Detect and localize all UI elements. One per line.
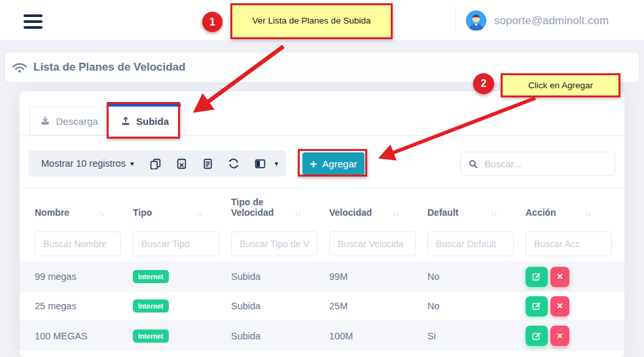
cell-nombre: 99 megas xyxy=(29,271,128,282)
tab-descarga[interactable]: Descarga xyxy=(29,107,109,135)
edit-button[interactable] xyxy=(526,326,548,346)
column-header-default[interactable]: Default ↑↓ xyxy=(422,207,520,218)
user-avatar-icon xyxy=(466,10,486,31)
step1-marker: 1 xyxy=(202,12,223,32)
edit-icon xyxy=(532,332,541,341)
filter-tipo-input[interactable] xyxy=(133,231,219,256)
column-header-tipo-velocidad[interactable]: Tipo de Velocidad ↑↓ xyxy=(226,197,324,218)
cell-tipo: Internet xyxy=(128,299,226,313)
page-title: Lista de Planes de Velocidad xyxy=(33,61,185,74)
column-header-tipo[interactable]: Tipo ↑↓ xyxy=(128,207,226,218)
show-entries-label: Mostrar 10 registros xyxy=(41,158,126,169)
edit-icon xyxy=(532,272,541,281)
cell-default: No xyxy=(422,271,520,282)
step2-callout: Click en Agregar xyxy=(501,73,620,97)
cell-velocidad: 100M xyxy=(324,331,422,341)
cell-tipo: Internet xyxy=(128,270,226,283)
step1-callout: Ver Lista de Planes de Subida xyxy=(230,3,393,39)
search-input[interactable] xyxy=(484,159,607,169)
navbar-divider xyxy=(456,7,456,35)
chevron-down-icon[interactable]: ▾ xyxy=(274,160,278,168)
datatable-toolbar: Mostrar 10 registros ▾ xyxy=(29,150,286,177)
cell-nombre: 25 megas xyxy=(29,301,128,311)
chevron-down-icon: ▾ xyxy=(130,160,134,168)
highlight-box-subida-tab xyxy=(107,102,180,139)
tab-descarga-label: Descarga xyxy=(56,116,98,127)
menu-toggle-icon[interactable] xyxy=(24,14,43,29)
delete-button[interactable]: ✕ xyxy=(550,267,569,287)
tipo-badge: Internet xyxy=(133,299,169,313)
close-icon: ✕ xyxy=(556,301,563,311)
table-row: 25 megas Internet Subida 25M No ✕ xyxy=(20,291,624,320)
app-window: soporte@adminolt.com Lista de Planes de … xyxy=(0,0,644,357)
delete-button[interactable]: ✕ xyxy=(550,296,569,316)
user-email[interactable]: soporte@adminolt.com xyxy=(494,0,609,41)
document-icon xyxy=(202,158,213,169)
cell-accion: ✕ xyxy=(520,296,615,316)
cell-velocidad: 25M xyxy=(324,301,422,311)
column-header-nombre[interactable]: Nombre ↑↓ xyxy=(29,207,128,218)
step2-marker: 2 xyxy=(473,73,494,94)
table-header-row: Nombre ↑↓ Tipo ↑↓ Tipo de Velocidad ↑↓ V… xyxy=(20,188,624,226)
export-excel-button[interactable] xyxy=(168,158,194,169)
cell-default: Si xyxy=(422,331,520,341)
edit-button[interactable] xyxy=(526,267,548,287)
column-header-velocidad[interactable]: Velocidad ↑↓ xyxy=(324,207,422,218)
export-file-button[interactable] xyxy=(194,158,221,169)
table-row: 100 MEGAS Internet Subida 100M Si ✕ xyxy=(20,320,624,350)
highlight-box-add-button xyxy=(298,149,367,177)
download-icon xyxy=(40,116,50,126)
column-visibility-button[interactable] xyxy=(247,158,273,169)
cell-velocidad: 99M xyxy=(324,271,422,282)
cell-tipo-velocidad: Subida xyxy=(226,271,324,282)
filter-nombre-input[interactable] xyxy=(35,231,121,256)
column-header-accion[interactable]: Acción ↑↓ xyxy=(520,207,615,218)
sort-icon[interactable]: ↑↓ xyxy=(196,209,202,218)
wifi-icon xyxy=(12,61,27,73)
excel-file-icon xyxy=(176,158,187,169)
filter-tipo-velocidad-input[interactable] xyxy=(231,231,317,256)
sort-icon[interactable]: ↑↓ xyxy=(585,209,591,218)
close-icon: ✕ xyxy=(556,332,563,341)
edit-icon xyxy=(532,301,541,311)
tipo-badge: Internet xyxy=(133,330,169,343)
cell-tipo: Internet xyxy=(128,330,226,343)
refresh-icon xyxy=(228,158,240,169)
search-icon xyxy=(469,159,478,169)
tipo-badge: Internet xyxy=(133,270,169,283)
refresh-button[interactable] xyxy=(221,158,247,169)
cell-tipo-velocidad: Subida xyxy=(226,331,324,341)
sort-icon[interactable]: ↑↓ xyxy=(491,209,497,218)
table-row: 99 megas Internet Subida 99M No ✕ xyxy=(20,262,624,291)
avatar[interactable] xyxy=(466,10,486,31)
show-entries-dropdown[interactable]: Mostrar 10 registros ▾ xyxy=(41,158,134,169)
filter-default-input[interactable] xyxy=(427,231,514,256)
cell-nombre: 100 MEGAS xyxy=(29,331,128,341)
cell-accion: ✕ xyxy=(520,326,615,346)
edit-button[interactable] xyxy=(526,296,548,316)
filter-velocidad-input[interactable] xyxy=(329,231,416,256)
delete-button[interactable]: ✕ xyxy=(550,326,569,346)
filter-accion-input[interactable] xyxy=(526,231,612,256)
sort-icon[interactable]: ↑↓ xyxy=(393,209,399,218)
search-box xyxy=(460,152,615,176)
close-icon: ✕ xyxy=(556,272,563,281)
sort-icon[interactable]: ↑↓ xyxy=(295,209,300,218)
copy-button[interactable] xyxy=(142,158,168,169)
table-filter-row xyxy=(20,226,624,262)
cell-tipo-velocidad: Subida xyxy=(226,301,324,311)
sort-icon[interactable]: ↑↓ xyxy=(98,209,104,218)
cell-default: No xyxy=(422,301,520,311)
columns-icon xyxy=(255,158,266,169)
cell-accion: ✕ xyxy=(520,267,615,287)
copy-icon xyxy=(150,158,161,169)
